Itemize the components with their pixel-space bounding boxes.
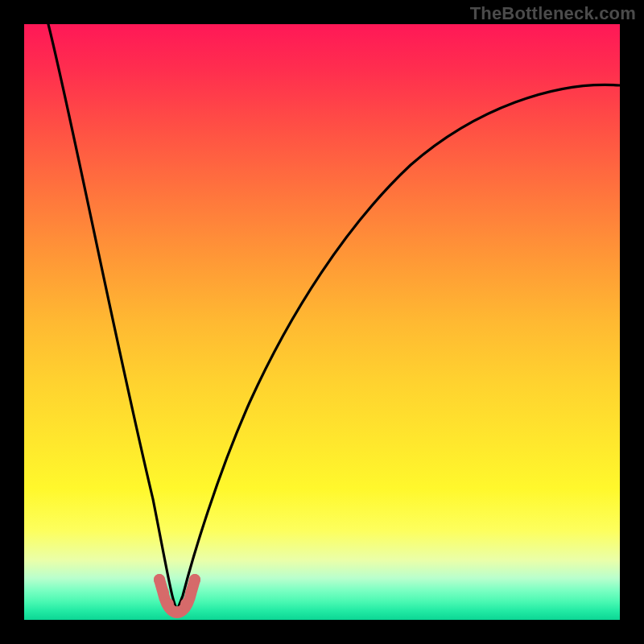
bottleneck-curve	[48, 24, 620, 609]
marker-dot	[154, 574, 165, 585]
plot-area	[24, 24, 620, 620]
marker-dot	[158, 587, 169, 598]
marker-dot	[189, 574, 200, 585]
watermark-text: TheBottleneck.com	[470, 3, 636, 24]
marker-dot	[171, 606, 183, 617]
chart-frame: TheBottleneck.com	[0, 0, 644, 644]
marker-dot	[185, 587, 196, 598]
marker-dot	[180, 598, 192, 609]
marker-dot	[163, 598, 174, 609]
curve-layer	[24, 24, 620, 620]
